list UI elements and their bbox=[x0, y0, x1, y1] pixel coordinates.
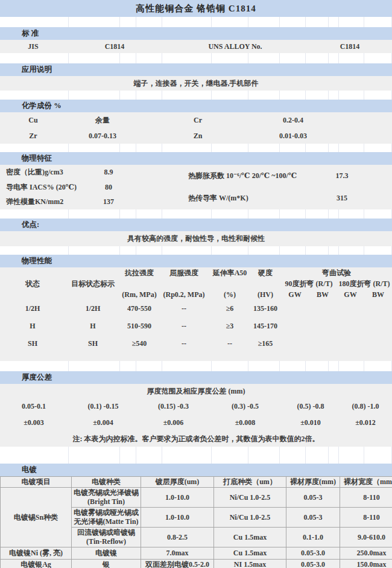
col-header-bend-test: 弯曲试验 90度折弯 (R/T) 180度折弯 (R/T) GW BW GW B… bbox=[281, 267, 392, 300]
section-header-thickness: 厚度公差 bbox=[0, 371, 392, 384]
mechanical-row: 1/2H 1/2H 470-550 -- ≥6 135-160 bbox=[0, 300, 392, 318]
element-symbol: Zr bbox=[0, 132, 66, 141]
grid-spacer bbox=[0, 53, 392, 63]
plating-row: 电镀镍Ni (雾, 亮) 电镀镍 7.0max Cu 1.5max 0.05-3… bbox=[1, 547, 392, 560]
bw-label: BW bbox=[364, 289, 392, 300]
advantages-text: 具有较高的强度，耐蚀性导，电性和耐候性 bbox=[0, 231, 392, 246]
grid-spacer bbox=[0, 91, 392, 100]
gw-label: GW bbox=[281, 289, 309, 300]
grid-spacer bbox=[0, 447, 392, 455]
col-header-elongation: 延伸率A50(%) bbox=[210, 267, 250, 300]
mechanical-row: H H 510-590 -- ≥3 145-170 bbox=[0, 318, 392, 335]
mechanical-table-header: 状态 目标状态标示 抗拉强度(Rm, MPa) 屈服强度(Rp0.2, MPa)… bbox=[0, 267, 392, 300]
elastic-modulus-value: 137 bbox=[90, 197, 127, 206]
section-header-mechanical: 物理性能 bbox=[0, 255, 392, 267]
plating-header-row: 电镀项目 电镀种类 镀层厚度(um) 打底种类（um） 裸材厚度(mm) 裸材宽… bbox=[1, 477, 392, 488]
conductivity-label: 导电率 IACS% (20℃) bbox=[0, 182, 90, 193]
chemistry-row: Cu 余量 Cr 0.2-0.4 bbox=[0, 112, 392, 128]
thermal-expansion-value: 17.3 bbox=[315, 171, 369, 180]
col-header-plating-item: 电镀项目 bbox=[1, 477, 72, 488]
thickness-tolerances-row: ±0.003 ±0.004 ±0.006 ±0.008 ±0.010 ±0.01… bbox=[0, 414, 392, 431]
application-text: 端子，连接器，开关，继电器,手机部件 bbox=[0, 76, 392, 91]
chemistry-table: Cu 余量 Cr 0.2-0.4 Zr 0.07-0.13 Zn 0.01-0.… bbox=[0, 112, 392, 144]
section-header-physical: 物理特征 bbox=[0, 152, 392, 165]
col-header-yield: 屈服强度(Rp0.2, MPa) bbox=[158, 267, 210, 300]
element-symbol: Cr bbox=[139, 116, 257, 125]
col-header-hardness: 硬度(HV) bbox=[250, 267, 281, 300]
density-value: 8.9 bbox=[90, 168, 127, 177]
plating-group-label: 电镀锡Sn种类 bbox=[1, 488, 72, 547]
page-title: 高性能铜合金 铬锆铜 C1814 bbox=[0, 0, 392, 17]
col-header-status: 状态 bbox=[0, 267, 65, 300]
col-header-tensile: 抗拉强度(Rm, MPa) bbox=[121, 267, 158, 300]
physical-row: 弹性模量KN/mm2 137 bbox=[0, 194, 181, 209]
mechanical-table: 状态 目标状态标示 抗拉强度(Rm, MPa) 屈服强度(Rp0.2, MPa)… bbox=[0, 267, 392, 361]
physical-table: 密度（比重)g/cm3 8.9 导电率 IACS% (20℃) 80 弹性模量K… bbox=[0, 165, 392, 209]
grid-spacer bbox=[0, 17, 392, 27]
physical-row: 密度（比重)g/cm3 8.9 bbox=[0, 165, 181, 180]
col-header-target: 目标状态标示 bbox=[65, 267, 121, 300]
thermal-conductivity-label: 热传导率 W/(m*K) bbox=[181, 193, 315, 203]
element-symbol: Zn bbox=[139, 132, 257, 141]
standard-uns-label: UNS ALLOY No. bbox=[163, 42, 308, 51]
plating-row: 电镀银Ag 银 双面差别电镀0.5-2.0 NI 1.5max 0.05-3.0… bbox=[1, 560, 392, 568]
section-header-standard: 标 准 bbox=[0, 27, 392, 40]
element-amount: 0.2-0.4 bbox=[257, 116, 329, 125]
grid-spacer bbox=[0, 246, 392, 255]
section-header-plating: 电镀 bbox=[0, 464, 392, 476]
plating-row: 电镀锡Sn种类 电镀亮锡或光泽镀锡 (Bright Tin) 1.0-10.0 … bbox=[1, 488, 392, 508]
physical-row: 导电率 IACS% (20℃) 80 bbox=[0, 180, 181, 195]
grid-spacer bbox=[0, 361, 392, 371]
element-amount: 0.07-0.13 bbox=[66, 132, 139, 141]
col-header-base-kind: 打底种类（um） bbox=[214, 477, 286, 488]
bend-test-label: 弯曲试验 bbox=[281, 267, 392, 278]
standard-uns-value: C1814 bbox=[308, 42, 392, 51]
bend-180-label: 180度折弯 (R/T) bbox=[337, 278, 392, 289]
thickness-table: 厚度范围及相应厚度公差 (mm) 0.05-0.1 (0.1) -0.15 (0… bbox=[0, 384, 392, 447]
density-label: 密度（比重)g/cm3 bbox=[0, 167, 90, 177]
grid-spacer bbox=[0, 144, 392, 152]
element-symbol: Cu bbox=[0, 116, 66, 125]
standard-row: JIS C1814 UNS ALLOY No. C1814 bbox=[0, 40, 392, 53]
standard-jis-label: JIS bbox=[0, 42, 66, 51]
element-amount: 0.01-0.03 bbox=[257, 132, 329, 141]
col-header-layer-thickness: 镀层厚度(um) bbox=[141, 477, 214, 488]
col-header-material-thickness: 裸材厚度(mm) bbox=[286, 477, 340, 488]
thermal-conductivity-value: 315 bbox=[315, 194, 369, 203]
grid-spacer bbox=[0, 455, 392, 464]
conductivity-value: 80 bbox=[90, 183, 127, 192]
section-header-chemistry: 化学成份 % bbox=[0, 100, 392, 112]
thickness-note: 注: 本表为内控标准。客户要求为正或者负公差时，其数值为表中数值的2倍。 bbox=[0, 431, 392, 447]
element-amount: 余量 bbox=[66, 115, 139, 126]
thickness-subtitle: 厚度范围及相应厚度公差 (mm) bbox=[0, 384, 392, 398]
chemistry-row: Zr 0.07-0.13 Zn 0.01-0.03 bbox=[0, 128, 392, 144]
bw-label: BW bbox=[309, 289, 337, 300]
gw-label: GW bbox=[337, 289, 364, 300]
section-header-application: 应用说明 bbox=[0, 63, 392, 76]
col-header-plating-kind: 电镀种类 bbox=[72, 477, 141, 488]
standard-jis-value: C1814 bbox=[66, 42, 163, 51]
thermal-expansion-label: 热膨胀系数 10⁻⁶/℃ 20/℃ ~100/℃ bbox=[181, 171, 315, 181]
section-header-advantages: 优点: bbox=[0, 219, 392, 231]
thickness-ranges-row: 0.05-0.1 (0.1) -0.15 (0.15) -0.3 (0.3) -… bbox=[0, 398, 392, 414]
mechanical-row: SH SH ≥540 -- -- ≥165 bbox=[0, 335, 392, 353]
physical-row: 热膨胀系数 10⁻⁶/℃ 20/℃ ~100/℃ 17.3 bbox=[181, 165, 392, 187]
plating-table: 电镀项目 电镀种类 镀层厚度(um) 打底种类（um） 裸材厚度(mm) 裸材宽… bbox=[0, 476, 392, 568]
col-header-material-width: 裸材宽度（mm） bbox=[340, 477, 392, 488]
bend-90-label: 90度折弯 (R/T) bbox=[281, 278, 337, 289]
physical-row: 热传导率 W/(m*K) 315 bbox=[181, 187, 392, 209]
elastic-modulus-label: 弹性模量KN/mm2 bbox=[0, 197, 90, 207]
grid-spacer bbox=[0, 209, 392, 219]
